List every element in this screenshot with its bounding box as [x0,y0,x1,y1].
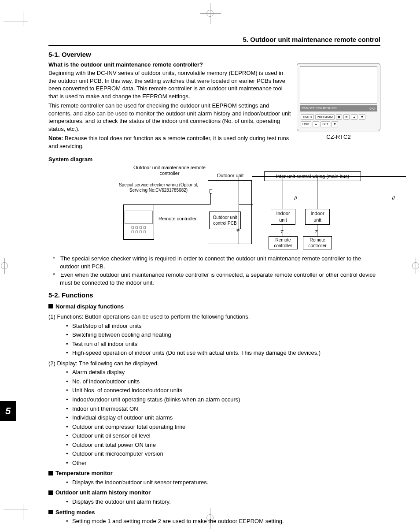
setting-modes-item: Setting mode 1 and setting mode 2 are us… [66,517,380,525]
function-item: Start/stop of all indoor units [66,322,380,330]
diagram-slash-2: // [294,195,297,202]
remote-label-bar: REMOTE CONTROLLER◇ ⏻ [300,105,377,111]
overview-paragraph-1: Beginning with the DC-INV series of outd… [48,69,292,100]
diagram-label-checker-wiring: Special service checker wiring (Optional… [110,182,207,193]
remote-btn-fan-icon: ✽ [336,114,342,120]
subhead-alarm-history: Outdoor unit alarm history monitor [55,489,151,497]
square-bullet-icon [48,304,53,308]
display-item: Outdoor unit microcomputer version [66,450,380,458]
crop-mark-bottom-left [4,509,28,523]
square-bullet-icon [48,510,53,514]
diagram-remote-ctrl-1: Remote controller [269,236,298,249]
remote-btn-set: SET [321,121,330,127]
square-bullet-icon [48,471,53,475]
remote-btn-up2-icon: ▲ [313,121,319,127]
diagram-note-1: The special service checker wiring is re… [53,255,380,270]
diagram-label-outdoor-unit: Outdoor unit [208,173,252,178]
remote-btn-program: PROGRAM [315,114,335,120]
crop-mark-top-left [4,8,28,22]
register-mark-left [1,262,8,269]
display-item: No. of indoor/outdoor units [66,378,380,386]
remote-btn-airflow-icon: ≋ [343,114,350,120]
display-item: Outdoor unit compressor total operating … [66,423,380,431]
overview-question: What is the outdoor unit maintenance rem… [48,61,292,69]
functions-lead-2: (2) Display: The following can be displa… [48,360,380,368]
chapter-header: 5. Outdoor unit maintenance remote contr… [48,35,380,46]
diagram-remote-ctrl-2: Remote controller [303,236,332,249]
temp-monitor-item: Displays the indoor/outdoor unit sensor … [66,479,380,486]
subhead-normal-display: Normal display functions [55,303,124,311]
remote-btn-down-icon: ▼ [359,114,365,120]
display-item: Indoor/outdoor unit operating status (bl… [66,396,380,404]
square-bullet-icon [48,490,53,495]
display-item: Individual display of outdoor unit alarm… [66,414,380,422]
function-item: Test run of all indoor units [66,340,380,348]
remote-btn-timer: TIMER [301,114,314,120]
diagram-slash-3: // [392,195,395,202]
remote-controller-illustration: REMOTE CONTROLLER◇ ⏻ TIMER PROGRAM ✽ ≋ ▲… [297,63,380,131]
note-text: Because this tool does not function as a… [48,135,289,149]
functions-list-2: Alarm details displayNo. of indoor/outdo… [66,368,380,467]
function-item: Switching between cooling and heating [66,331,380,339]
note-label: Note: [48,135,63,141]
display-item: Other [66,459,380,467]
remote-btn-down2-icon: ▼ [332,121,338,127]
subhead-temperature-monitor: Temperature monitor [55,469,113,477]
diagram-label-remote-controller: Remote controller [158,216,197,222]
section-5-2-heading: 5-2. Functions [48,291,380,300]
diagram-indoor-unit-2: Indoor unit [305,209,330,225]
display-item: Indoor unit thermostat ON [66,405,380,413]
remote-btn-unit: UNIT [301,121,311,127]
display-item: Outdoor unit total power ON time [66,441,380,449]
register-mark-right [412,262,419,269]
diagram-indoor-unit-1: Indoor unit [271,209,295,225]
diagram-connector [210,189,212,193]
register-mark-top [206,10,214,17]
remote-btn-up-icon: ▲ [351,114,357,120]
diagram-label-outdoor-rc: Outdoor unit maintenance remote controll… [132,165,207,176]
system-diagram-heading: System diagram [48,156,380,163]
display-item: Outdoor unit oil sensor oil level [66,432,380,440]
alarm-history-item: Displays the outdoor unit alarm history. [66,498,380,506]
functions-list-1: Start/stop of all indoor unitsSwitching … [66,322,380,357]
diagram-note-2: Even when the outdoor unit maintenance r… [53,271,380,286]
remote-model-label: CZ-RTC2 [297,133,380,141]
diagram-slash-5: ≠ [315,228,318,235]
overview-note: Note: Because this tool does not functio… [48,134,292,150]
functions-lead-1: (1) Functions: Button operations can be … [48,313,380,321]
diagram-remote-controller-box: ▢ ▢ ▢ ▢▢ ▢ ▢ ▢ [123,204,154,240]
display-item: Unit Nos. of connected indoor/outdoor un… [66,386,380,394]
display-item: Alarm details display [66,368,380,376]
diagram-outdoor-unit-box: Outdoor unit Outdoor unit control PCB [208,180,252,244]
remote-screen [300,66,377,104]
chapter-tab: 5 [0,401,16,421]
function-item: High-speed operation of indoor units (Do… [66,349,380,357]
system-diagram: Outdoor unit maintenance remote controll… [84,165,376,253]
section-5-1-heading: 5-1. Overview [48,50,380,59]
subhead-setting-modes: Setting modes [55,509,95,516]
diagram-slash-1: ≠ [236,227,239,234]
diagram-slash-4: ≠ [280,228,284,235]
overview-paragraph-2: This remote controller can be used for c… [48,102,292,133]
